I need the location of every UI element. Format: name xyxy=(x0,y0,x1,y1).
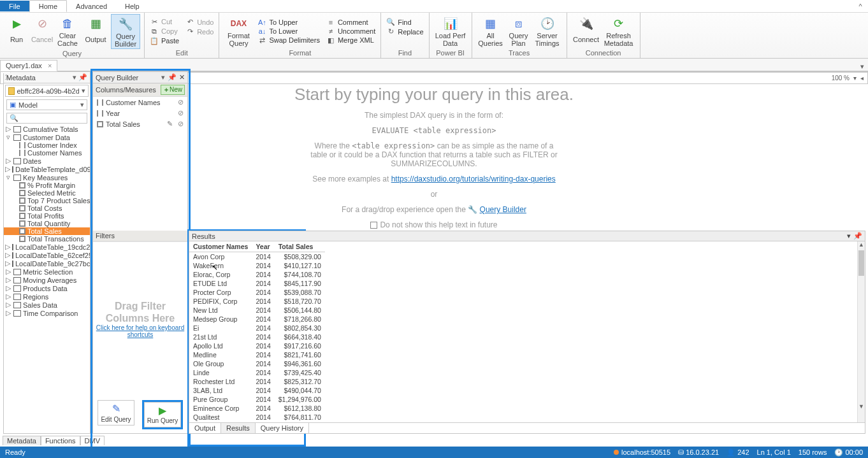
close-tab-icon[interactable]: × xyxy=(48,62,52,69)
table-row[interactable]: ▷Metric Selection xyxy=(4,268,90,276)
clear-cache-button[interactable]: 🗑Clear Cache xyxy=(55,14,80,49)
table-row[interactable]: ▷Time Comparison xyxy=(4,309,90,317)
swap-delimiters-button[interactable]: ⇄Swap Delimiters xyxy=(256,36,321,45)
table-row[interactable]: Ole Group2014$946,361.60 xyxy=(189,359,325,368)
results-grid[interactable]: Customer NamesYearTotal SalesAvon Corp20… xyxy=(189,241,865,422)
replace-button[interactable]: ↻Replace xyxy=(385,27,424,36)
table-row[interactable]: Medline2014$821,741.60 xyxy=(189,350,325,359)
results-pin-icon[interactable]: 📌 xyxy=(853,232,862,240)
query-plan-button[interactable]: ⧇Query Plan xyxy=(505,14,532,48)
qb-pin-icon[interactable]: 📌 xyxy=(168,73,177,82)
table-row[interactable]: ▷Products Data xyxy=(4,284,90,292)
help-menu-tab[interactable]: Help xyxy=(116,1,148,11)
to-lower-button[interactable]: a↓To Lower xyxy=(256,27,321,35)
find-button[interactable]: 🔍Find xyxy=(385,18,424,26)
status-bar: Ready localhost:50515 ⛁ 16.0.23.21 👤 242… xyxy=(0,447,868,458)
measure-row[interactable]: Total Transactions xyxy=(4,235,90,243)
to-upper-button[interactable]: A↑To Upper xyxy=(256,18,321,26)
scroll-down-icon[interactable]: ▼ xyxy=(858,403,865,411)
table-row[interactable]: ▷Moving Averages xyxy=(4,276,90,284)
merge-xml-button[interactable]: ◧Merge XML xyxy=(325,36,377,45)
results-tab[interactable]: Results xyxy=(221,423,256,433)
query-builder-button[interactable]: 🔧Query Builder xyxy=(111,14,140,49)
results-scrollbar[interactable]: ▲ ▼ xyxy=(857,241,865,422)
swap-icon: ⇄ xyxy=(257,36,266,45)
table-row[interactable]: 21st Ltd2014$664,318.40 xyxy=(189,333,325,341)
chevron-down-icon[interactable]: ▾ xyxy=(853,75,857,82)
table-row[interactable]: ▷LocalDateTable_9c27bc4b xyxy=(4,259,90,268)
edit-query-button[interactable]: ✎Edit Query xyxy=(98,400,134,426)
undo-button[interactable]: ↶Undo xyxy=(184,18,215,26)
table-row[interactable]: Elorac, Corp2014$744,108.70 xyxy=(189,270,325,279)
table-row[interactable]: ▷Sales Data xyxy=(4,301,90,309)
paste-button[interactable]: 📋Paste xyxy=(148,37,180,45)
table-row[interactable]: WakeFern2014$410,127.10 xyxy=(189,261,325,270)
output-button[interactable]: ▦Output xyxy=(80,14,111,49)
cut-button[interactable]: ✂Cut xyxy=(148,18,180,26)
table-row[interactable]: Apollo Ltd2014$917,216.60 xyxy=(189,341,325,350)
scroll-thumb[interactable] xyxy=(858,250,864,276)
table-row[interactable]: ▷Regions xyxy=(4,292,90,301)
dax-format-icon: DAX xyxy=(230,15,247,32)
table-row[interactable]: Eminence Corp2014$612,138.80 xyxy=(189,404,325,413)
all-queries-button[interactable]: ▦All Queries xyxy=(476,14,505,48)
table-row[interactable]: 3LAB, Ltd2014$490,044.70 xyxy=(189,386,325,395)
placeholder-code: EVALUATE <table expression> xyxy=(372,126,496,135)
collapse-ribbon-icon[interactable]: ^ xyxy=(853,3,868,10)
table-row[interactable]: Procter Corp2014$539,088.70 xyxy=(189,288,325,297)
table-row[interactable]: ETUDE Ltd2014$845,117.90 xyxy=(189,279,325,288)
copy-button[interactable]: ⧉Copy xyxy=(148,27,180,36)
chevron-left-icon[interactable]: ◂ xyxy=(860,75,864,82)
close-icon[interactable]: ✕ xyxy=(179,73,185,82)
dmv-tab[interactable]: DMV xyxy=(80,436,105,445)
home-menu-tab[interactable]: Home xyxy=(29,0,67,12)
ribbon-group-title: Traces xyxy=(476,48,563,58)
table-row[interactable]: Pure Group2014$1,294,976.00 xyxy=(189,395,325,404)
filters-drop-area[interactable]: Drag Filter Columns Here Click here for … xyxy=(93,241,187,396)
advanced-menu-tab[interactable]: Advanced xyxy=(67,1,116,11)
dax-tutorials-link[interactable]: https://daxstudio.org/tutorials/writing-… xyxy=(391,175,556,183)
table-row[interactable]: Pacific Ltd2014$551,972.80 xyxy=(189,422,325,422)
table-row[interactable]: Linde2014$739,425.40 xyxy=(189,368,325,377)
ribbon-group-title: Edit xyxy=(148,48,215,58)
comment-button[interactable]: ≡Comment xyxy=(325,18,377,26)
connect-button[interactable]: 🔌Connect xyxy=(571,14,602,48)
run-button[interactable]: ▶Run xyxy=(4,14,29,49)
play-icon: ▶ xyxy=(159,406,166,416)
open-query-builder-link[interactable]: Query Builder xyxy=(480,205,526,214)
output-tab[interactable]: Output xyxy=(189,423,221,433)
doc-tab-menu-icon[interactable]: ▾ xyxy=(857,62,868,71)
table-row[interactable]: Ei2014$802,854.30 xyxy=(189,324,325,333)
menu-bar: File Home Advanced Help ^ xyxy=(0,0,868,13)
functions-tab[interactable]: Functions xyxy=(41,436,80,445)
table-row[interactable]: ▷LocalDateTable_62cef255-0 xyxy=(4,251,90,259)
table-row[interactable]: Avon Corp2014$508,329.00 xyxy=(189,252,325,262)
zoom-level[interactable]: 100 % xyxy=(832,75,850,82)
file-menu-tab[interactable]: File xyxy=(0,1,29,11)
refresh-metadata-button[interactable]: ⟳Refresh Metadata xyxy=(602,14,636,48)
run-query-button[interactable]: ▶Run Query xyxy=(144,402,181,427)
results-dropdown-icon[interactable]: ▾ xyxy=(847,232,851,240)
metadata-tab[interactable]: Metadata xyxy=(3,436,41,445)
table-row[interactable]: Rochester Ltd2014$825,312.70 xyxy=(189,377,325,386)
cancel-button[interactable]: ⊘Cancel xyxy=(29,14,55,49)
document-tab[interactable]: Query1.dax × xyxy=(0,60,57,71)
table-row[interactable]: New Ltd2014$506,144.80 xyxy=(189,306,325,315)
ribbon-group-title: Format xyxy=(223,48,377,58)
table-row[interactable]: Qualitest2014$764,811.70 xyxy=(189,413,325,422)
query-history-tab[interactable]: Query History xyxy=(256,423,309,433)
uncomment-button[interactable]: ≠Uncomment xyxy=(325,27,377,35)
table-row[interactable]: PEDIFIX, Corp2014$518,720.70 xyxy=(189,297,325,306)
metadata-pin-icon[interactable]: ▾ 📌 xyxy=(73,73,87,82)
server-timings-button[interactable]: 🕑Server Timings xyxy=(532,14,563,48)
do-not-show-checkbox[interactable] xyxy=(370,222,377,229)
redo-button[interactable]: ↷Redo xyxy=(184,27,215,36)
table-row[interactable]: ▷LocalDateTable_19cdc2e1- xyxy=(4,243,90,251)
metadata-title-bar: Metadata ▾ 📌 xyxy=(4,72,90,83)
qb-dropdown-icon[interactable]: ▾ xyxy=(161,73,165,82)
load-perf-data-button[interactable]: 📊Load Perf Data xyxy=(433,14,468,48)
scroll-up-icon[interactable]: ▲ xyxy=(858,241,865,249)
keyboard-shortcuts-link[interactable]: Click here for help on keyboard shortcut… xyxy=(96,324,185,338)
format-query-button[interactable]: DAXFormat Query xyxy=(223,14,254,48)
table-row[interactable]: Medsep Group2014$718,266.80 xyxy=(189,315,325,324)
